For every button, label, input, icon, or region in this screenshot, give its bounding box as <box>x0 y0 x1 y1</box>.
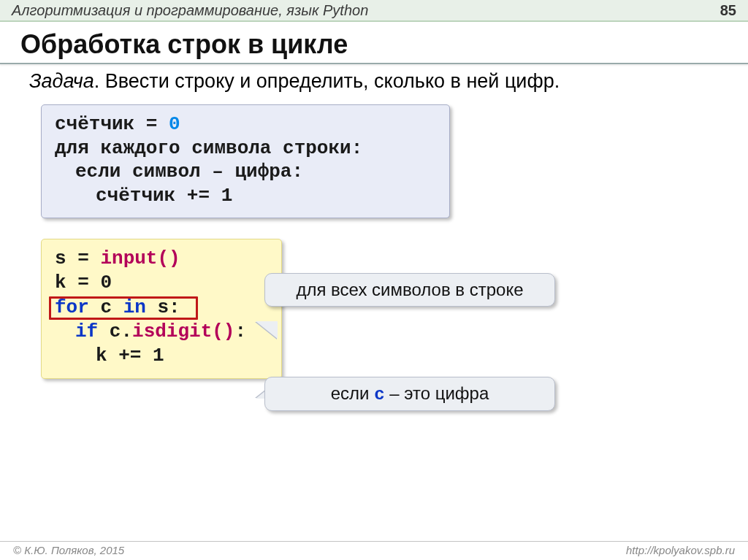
code-line-4: if c.isdigit(): <box>55 320 268 344</box>
code-line-2: k = 0 <box>55 271 268 295</box>
code-block: s = input() k = 0 for c in s: if c.isdig… <box>41 239 282 379</box>
slide-footer: © К.Ю. Поляков, 2015 http://kpolyakov.sp… <box>0 541 748 560</box>
callout2-a: если <box>331 383 374 403</box>
pseudocode-block: счётчик = 0 для каждого символа строки: … <box>41 104 450 218</box>
code-l4-d: : <box>234 321 246 342</box>
code-line-5: k += 1 <box>55 344 268 368</box>
callout-isdigit: если c – это цифра <box>264 377 555 411</box>
code-line-3: for c in s: <box>55 296 268 320</box>
callout2-b: c <box>374 385 384 404</box>
callout-tail-icon <box>256 321 278 339</box>
task-text: . Ввести строку и определить, сколько в … <box>94 70 560 92</box>
code-l3-d: s: <box>146 296 180 318</box>
code-l4-c: isdigit() <box>132 321 234 342</box>
slide-header: Алгоритмизация и программирование, язык … <box>0 0 748 22</box>
pseudo-l1-a: счётчик = <box>55 113 169 135</box>
pseudo-line-4: счётчик += 1 <box>55 184 436 208</box>
callout-for-loop: для всех символов в строке <box>264 273 555 307</box>
pseudo-l1-b: 0 <box>169 113 180 135</box>
pseudo-line-3: если символ – цифра: <box>55 160 436 184</box>
pseudo-line-1: счётчик = 0 <box>55 112 436 137</box>
code-l3-c: in <box>123 296 146 318</box>
pseudo-line-2: для каждого символа строки: <box>55 137 436 161</box>
code-line-1: s = input() <box>55 247 268 271</box>
code-l4-a: if <box>75 321 98 342</box>
task-label: Задача <box>29 70 94 92</box>
page-number: 85 <box>720 2 736 19</box>
code-l3-a: for <box>55 296 89 318</box>
footer-copyright: © К.Ю. Поляков, 2015 <box>13 544 124 560</box>
code-l1-b: input() <box>100 248 180 269</box>
task-line: Задача. Ввести строку и определить, скол… <box>0 64 748 101</box>
code-l1-a: s = <box>55 248 100 269</box>
code-l4-b: c. <box>98 321 132 342</box>
slide-title: Обработка строк в цикле <box>0 22 748 63</box>
header-title: Алгоритмизация и программирование, язык … <box>12 2 368 19</box>
footer-url: http://kpolyakov.spb.ru <box>626 544 735 560</box>
callout2-c: – это цифра <box>385 383 489 403</box>
code-l3-b: c <box>89 296 123 318</box>
